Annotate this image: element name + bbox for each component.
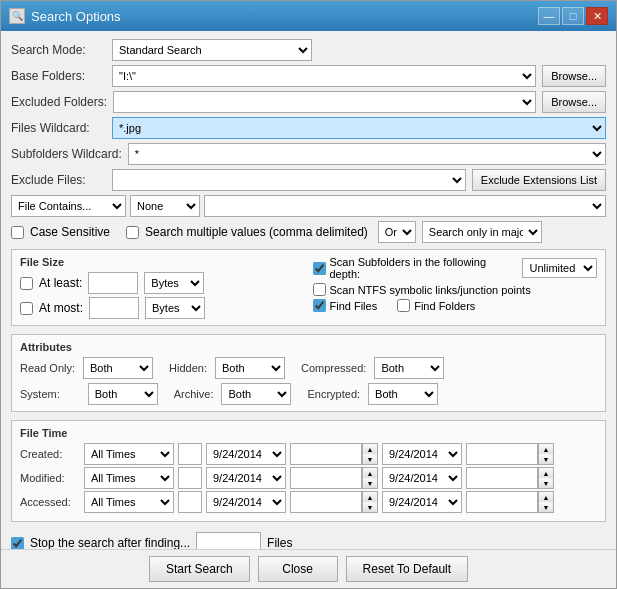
accessed-label: Accessed: <box>20 496 80 508</box>
accessed-time2-down[interactable]: ▼ <box>539 502 553 512</box>
scan-subfolders-label: Scan Subfolders in the following depth: <box>330 256 519 280</box>
modified-time2-down[interactable]: ▼ <box>539 478 553 488</box>
excluded-folders-select[interactable] <box>113 91 536 113</box>
excluded-folders-row: Excluded Folders: Browse... <box>11 91 606 113</box>
close-window-button[interactable]: ✕ <box>586 7 608 25</box>
created-type-select[interactable]: All Times <box>84 443 174 465</box>
read-only-select[interactable]: Both <box>83 357 153 379</box>
subfolders-wildcard-label: Subfolders Wildcard: <box>11 147 122 161</box>
at-most-checkbox[interactable] <box>20 302 33 315</box>
close-button[interactable]: Close <box>258 556 338 582</box>
search-multiple-checkbox[interactable] <box>126 226 139 239</box>
created-date2-select[interactable]: 9/24/2014 <box>382 443 462 465</box>
start-search-button[interactable]: Start Search <box>149 556 250 582</box>
modified-date2-select[interactable]: 9/24/2014 <box>382 467 462 489</box>
accessed-time2-up[interactable]: ▲ <box>539 492 553 502</box>
title-buttons: — □ ✕ <box>538 7 608 25</box>
at-least-label: At least: <box>39 276 82 290</box>
modified-time2-wrapper: 10:41:06 P ▲ ▼ <box>466 467 554 489</box>
archive-select[interactable]: Both <box>221 383 291 405</box>
modified-row: Modified: All Times 1 9/24/2014 10:41:06… <box>20 467 597 489</box>
subfolders-wildcard-row: Subfolders Wildcard: * <box>11 143 606 165</box>
accessed-time1-input[interactable]: 10:41:06 P <box>290 491 362 513</box>
at-least-row: At least: 0 Bytes <box>20 272 305 294</box>
case-sensitive-checkbox[interactable] <box>11 226 24 239</box>
compressed-select[interactable]: Both <box>374 357 444 379</box>
created-time2-up[interactable]: ▲ <box>539 444 553 454</box>
accessed-time1-down[interactable]: ▼ <box>363 502 377 512</box>
exclude-files-select[interactable] <box>112 169 466 191</box>
scan-ntfs-checkbox[interactable] <box>313 283 326 296</box>
stop-search-row: Stop the search after finding... 10000 F… <box>11 528 606 549</box>
created-time2-wrapper: 10:41:06 P ▲ ▼ <box>466 443 554 465</box>
modified-num-input[interactable]: 1 <box>178 467 202 489</box>
accessed-row: Accessed: All Times 1 9/24/2014 10:41:06… <box>20 491 597 513</box>
find-files-checkbox[interactable] <box>313 299 326 312</box>
browse-base-button[interactable]: Browse... <box>542 65 606 87</box>
stop-search-checkbox[interactable] <box>11 537 24 550</box>
search-major-select[interactable]: Search only in major stre... <box>422 221 542 243</box>
at-least-unit-select[interactable]: Bytes <box>144 272 204 294</box>
modified-time2-up[interactable]: ▲ <box>539 468 553 478</box>
hidden-select[interactable]: Both <box>215 357 285 379</box>
encrypted-select[interactable]: Both <box>368 383 438 405</box>
files-wildcard-row: Files Wildcard: *.jpg <box>11 117 606 139</box>
compressed-label: Compressed: <box>301 362 366 374</box>
accessed-time1-wrapper: 10:41:06 P ▲ ▼ <box>290 491 378 513</box>
exclude-extensions-button[interactable]: Exclude Extensions List <box>472 169 606 191</box>
modified-time2-input[interactable]: 10:41:06 P <box>466 467 538 489</box>
reset-button[interactable]: Reset To Default <box>346 556 469 582</box>
stop-search-input[interactable]: 10000 <box>196 532 261 549</box>
created-row: Created: All Times 1 9/24/2014 10:41:06 … <box>20 443 597 465</box>
created-date1-select[interactable]: 9/24/2014 <box>206 443 286 465</box>
case-sensitive-label: Case Sensitive <box>30 225 110 239</box>
bottom-bar: Start Search Close Reset To Default <box>1 549 616 588</box>
created-time2-input[interactable]: 10:41:06 P <box>466 443 538 465</box>
find-folders-checkbox[interactable] <box>397 299 410 312</box>
exclude-files-label: Exclude Files: <box>11 173 106 187</box>
accessed-num-input[interactable]: 1 <box>178 491 202 513</box>
at-least-checkbox[interactable] <box>20 277 33 290</box>
accessed-type-select[interactable]: All Times <box>84 491 174 513</box>
minimize-button[interactable]: — <box>538 7 560 25</box>
accessed-date1-select[interactable]: 9/24/2014 <box>206 491 286 513</box>
accessed-time2-input[interactable]: 10:41:06 P <box>466 491 538 513</box>
system-select[interactable]: Both <box>88 383 158 405</box>
subfolders-wildcard-select[interactable]: * <box>128 143 606 165</box>
at-least-input[interactable]: 0 <box>88 272 138 294</box>
scan-subfolders-checkbox[interactable] <box>313 262 326 275</box>
created-time2-down[interactable]: ▼ <box>539 454 553 464</box>
search-mode-row: Search Mode: Standard Search <box>11 39 606 61</box>
modified-date1-select[interactable]: 9/24/2014 <box>206 467 286 489</box>
search-mode-select[interactable]: Standard Search <box>112 39 312 61</box>
created-time1-up[interactable]: ▲ <box>363 444 377 454</box>
content-area: Search Mode: Standard Search Base Folder… <box>1 31 616 549</box>
file-contains-extra-select[interactable] <box>204 195 606 217</box>
file-size-section: File Size At least: 0 Bytes At most: 100… <box>11 249 606 326</box>
browse-excluded-button[interactable]: Browse... <box>542 91 606 113</box>
files-wildcard-select[interactable]: *.jpg <box>112 117 606 139</box>
created-time1-input[interactable]: 10:41:06 P <box>290 443 362 465</box>
created-time2-spin: ▲ ▼ <box>538 443 554 465</box>
find-folders-row: Find Folders <box>397 299 475 312</box>
accessed-date2-select[interactable]: 9/24/2014 <box>382 491 462 513</box>
created-num-input[interactable]: 1 <box>178 443 202 465</box>
accessed-time1-up[interactable]: ▲ <box>363 492 377 502</box>
file-contains-type-select[interactable]: File Contains... <box>11 195 126 217</box>
modified-time1-input[interactable]: 10:41:06 P <box>290 467 362 489</box>
scan-depth-select[interactable]: Unlimited <box>522 258 597 278</box>
or-select[interactable]: Or <box>378 221 416 243</box>
file-contains-value-select[interactable]: None <box>130 195 200 217</box>
modified-type-select[interactable]: All Times <box>84 467 174 489</box>
attributes-title: Attributes <box>20 341 597 353</box>
at-most-unit-select[interactable]: Bytes <box>145 297 205 319</box>
created-time1-spin: ▲ ▼ <box>362 443 378 465</box>
base-folders-select[interactable]: "I:\" <box>112 65 536 87</box>
modified-time1-down[interactable]: ▼ <box>363 478 377 488</box>
maximize-button[interactable]: □ <box>562 7 584 25</box>
attributes-section: Attributes Read Only: Both Hidden: Both … <box>11 334 606 412</box>
modified-time1-up[interactable]: ▲ <box>363 468 377 478</box>
at-most-input[interactable]: 1000 <box>89 297 139 319</box>
modified-time1-wrapper: 10:41:06 P ▲ ▼ <box>290 467 378 489</box>
created-time1-down[interactable]: ▼ <box>363 454 377 464</box>
